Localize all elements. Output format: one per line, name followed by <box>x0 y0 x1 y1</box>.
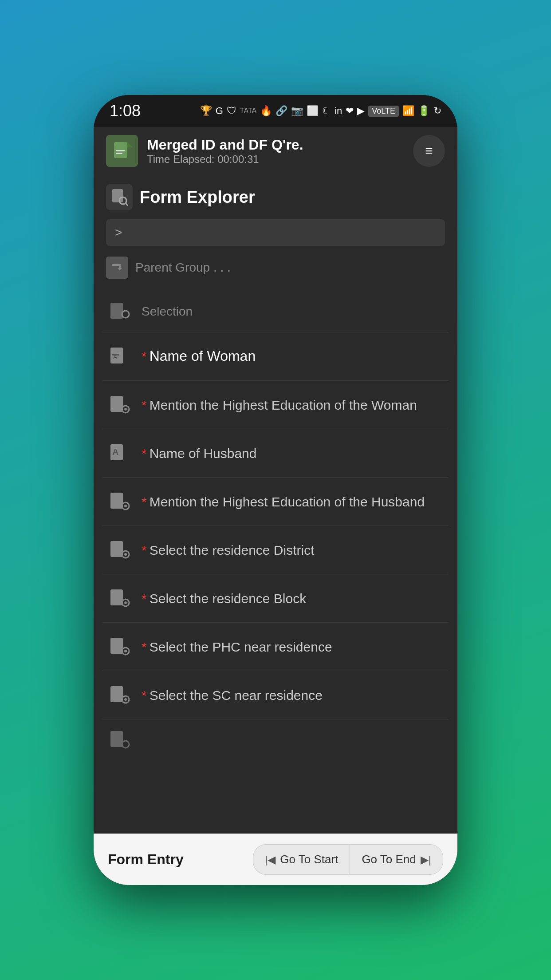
document-icon <box>111 140 133 162</box>
item-icon-selection <box>106 298 133 325</box>
flame-icon: 🔥 <box>260 105 272 117</box>
status-bar: 1:08 🏆 G 🛡 TATA 🔥 🔗 📷 ⬜ ☾ in ❤ ▶ VoLTE 📶… <box>94 95 457 127</box>
item-icon-name-husband: A <box>106 440 133 466</box>
svg-marker-1 <box>127 142 133 147</box>
required-star-8: * <box>142 688 147 703</box>
svg-point-22 <box>124 553 127 556</box>
svg-rect-17 <box>110 493 123 509</box>
svg-rect-26 <box>110 638 123 654</box>
go-to-start-button[interactable]: |◀ Go To Start <box>253 844 350 875</box>
svg-rect-7 <box>110 303 123 319</box>
volte-badge: VoLTE <box>368 106 399 117</box>
required-star-1: * <box>142 349 147 364</box>
status-icons: 🏆 G 🛡 TATA 🔥 🔗 📷 ⬜ ☾ in ❤ ▶ VoLTE 📶 🔋 ↻ <box>200 105 441 117</box>
svg-point-25 <box>124 601 127 604</box>
svg-point-14 <box>124 408 127 411</box>
select-field-icon-2 <box>109 491 130 512</box>
menu-button[interactable]: ≡ <box>413 135 445 167</box>
residence-block-text: *Select the residence Block <box>142 590 306 607</box>
item-icon-education-woman <box>106 391 133 418</box>
app-title-section: Merged ID and DF Q're. Time Elapsed: 00:… <box>147 137 404 166</box>
tata-sky-icon: TATA <box>240 107 256 115</box>
right-arrow-end-icon: ▶| <box>421 854 431 866</box>
app-title: Merged ID and DF Q're. <box>147 137 404 153</box>
text-field-icon-2: A <box>109 443 130 464</box>
item-icon-name-woman: A <box>106 343 133 370</box>
svg-rect-3 <box>116 153 122 154</box>
svg-point-8 <box>122 311 129 318</box>
left-arrow-start-icon: |◀ <box>265 854 276 866</box>
nav-buttons: |◀ Go To Start Go To End ▶| <box>253 844 443 875</box>
svg-rect-29 <box>110 686 123 702</box>
parent-group-icon <box>106 257 128 279</box>
text-field-icon: A <box>109 346 130 367</box>
app-header: Merged ID and DF Q're. Time Elapsed: 00:… <box>94 127 457 175</box>
select-field-icon-7 <box>109 729 130 751</box>
app-icon <box>106 135 138 167</box>
square-icon: ⬜ <box>307 105 319 117</box>
go-to-end-button[interactable]: Go To End ▶| <box>350 844 443 875</box>
svg-point-28 <box>124 650 127 652</box>
list-item-education-woman[interactable]: *Mention the Highest Education of the Wo… <box>94 381 457 429</box>
name-of-woman-text: *Name of Woman <box>142 347 256 366</box>
form-explorer-icon-bg <box>106 184 133 210</box>
required-star-3: * <box>142 446 147 461</box>
list-item-phc-near-residence[interactable]: *Select the PHC near residence <box>94 623 457 671</box>
svg-point-31 <box>124 698 127 701</box>
svg-text:A: A <box>112 447 118 457</box>
item-icon-sc <box>106 682 133 708</box>
item-icon-education-husband <box>106 488 133 515</box>
form-explorer-header: Form Explorer <box>106 184 445 210</box>
form-entry-label: Form Entry <box>108 851 184 868</box>
hamburger-icon: ≡ <box>425 143 433 158</box>
education-woman-text: *Mention the Highest Education of the Wo… <box>142 396 417 414</box>
parent-group-text: Parent Group . . . <box>135 261 231 275</box>
select-field-icon <box>109 394 130 415</box>
svg-rect-4 <box>112 189 123 202</box>
list-item-sc-near-residence[interactable]: *Select the SC near residence <box>94 671 457 719</box>
search-bar[interactable]: > <box>106 219 445 246</box>
required-star-7: * <box>142 640 147 654</box>
list-icon <box>109 301 130 322</box>
link-icon: 🔗 <box>276 105 287 117</box>
select-field-icon-5 <box>109 636 130 657</box>
list-item-residence-block[interactable]: *Select the residence Block <box>94 574 457 622</box>
list-item-partial-bottom <box>94 719 457 760</box>
svg-rect-2 <box>116 150 125 151</box>
required-star-5: * <box>142 543 147 557</box>
svg-rect-32 <box>110 731 123 747</box>
app-subtitle: Time Elapsed: 00:00:31 <box>147 153 404 166</box>
required-star-4: * <box>142 494 147 509</box>
required-star-6: * <box>142 591 147 606</box>
svg-rect-23 <box>110 589 123 605</box>
shield-icon: 🛡 <box>227 105 236 117</box>
bottom-bar: Form Entry |◀ Go To Start Go To End ▶| <box>94 834 457 885</box>
select-field-icon-3 <box>109 539 130 561</box>
parent-group-row: Parent Group . . . <box>106 253 445 282</box>
instagram-icon: 📷 <box>291 105 303 117</box>
list-item-education-husband[interactable]: *Mention the Highest Education of the Hu… <box>94 478 457 526</box>
required-star-2: * <box>142 398 147 412</box>
signal-icon: 📶 <box>402 105 414 117</box>
select-field-icon-6 <box>109 684 130 706</box>
list-item-name-of-husband[interactable]: A *Name of Husband <box>94 429 457 477</box>
svg-point-19 <box>124 505 127 507</box>
status-time: 1:08 <box>110 102 141 120</box>
moon-icon: ☾ <box>322 105 331 117</box>
svg-rect-20 <box>110 541 123 557</box>
item-icon-partial <box>106 727 133 753</box>
list-item-residence-district[interactable]: *Select the residence District <box>94 526 457 574</box>
refresh-icon: ↻ <box>433 105 441 117</box>
sc-text: *Select the SC near residence <box>142 687 323 704</box>
phone-frame: 1:08 🏆 G 🛡 TATA 🔥 🔗 📷 ⬜ ☾ in ❤ ▶ VoLTE 📶… <box>94 95 457 885</box>
svg-line-6 <box>126 203 128 206</box>
selection-label: Selection <box>142 304 193 319</box>
content-area: Selection A *Name of Woman <box>94 291 457 834</box>
form-explorer-title: Form Explorer <box>140 188 255 207</box>
list-item-selection-partial: Selection <box>94 291 457 332</box>
search-prompt-text: > <box>115 225 122 240</box>
list-item-name-of-woman[interactable]: A *Name of Woman <box>94 332 457 380</box>
go-to-end-label: Go To End <box>362 853 416 866</box>
item-icon-district <box>106 537 133 563</box>
battery-icon: 🔋 <box>418 105 430 117</box>
